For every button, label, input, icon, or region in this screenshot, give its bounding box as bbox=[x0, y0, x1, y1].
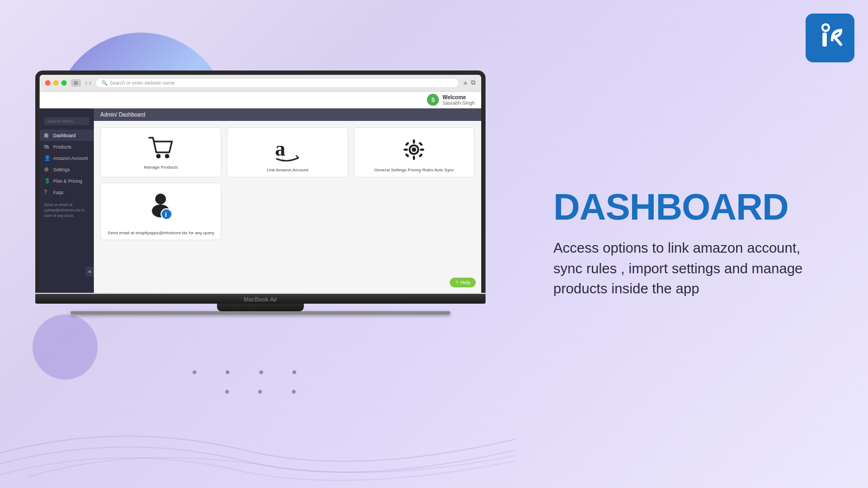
close-btn[interactable] bbox=[45, 80, 50, 86]
svg-point-16 bbox=[155, 194, 166, 204]
manage-products-card[interactable]: Manage Products bbox=[100, 127, 221, 177]
amazon-icon: 👤 bbox=[44, 155, 50, 161]
link-amazon-card[interactable]: a Link Amazon Account bbox=[227, 127, 348, 177]
svg-rect-11 bbox=[420, 149, 424, 151]
sidebar-item-dashboard[interactable]: ⊞ Dashboard bbox=[40, 130, 94, 141]
laptop-screen: ⊞ ‹ › 🔍 Search or enter website name + ⧉ bbox=[40, 75, 481, 293]
copy-btn[interactable]: ⧉ bbox=[471, 79, 476, 87]
right-panel: DASHBOARD Access options to link amazon … bbox=[553, 188, 825, 299]
forward-btn[interactable]: › bbox=[89, 79, 91, 87]
user-info-container: S Welcome Saurabh Singh bbox=[427, 94, 475, 106]
svg-text:i: i bbox=[165, 210, 167, 219]
amazon-label: Amazon Account bbox=[53, 156, 88, 161]
dashboard-label: Dashboard bbox=[53, 133, 76, 138]
address-bar-text: Search or enter website name bbox=[110, 80, 175, 86]
manage-products-label: Manage Products bbox=[144, 165, 178, 170]
plan-icon: 💲 bbox=[44, 178, 50, 184]
products-label: Products bbox=[53, 144, 72, 150]
sidebar-item-amazon-account[interactable]: 👤 Amazon Account bbox=[40, 152, 94, 164]
welcome-text: Welcome bbox=[442, 94, 475, 100]
general-settings-card[interactable]: General Settings Pricing Rules Auto Sync bbox=[354, 127, 475, 177]
app-body: ⊞ Dashboard 🛍 Products 👤 Amazon Account bbox=[40, 108, 481, 293]
sidebar-item-faqs[interactable]: ? Faqs bbox=[40, 187, 94, 198]
maximize-btn[interactable] bbox=[61, 80, 67, 86]
sidebar-item-settings[interactable]: ⚙ Settings bbox=[40, 164, 94, 175]
svg-rect-14 bbox=[405, 153, 410, 157]
browser-actions: + ⧉ bbox=[463, 79, 476, 87]
dots-pattern bbox=[179, 367, 310, 396]
dashboard-icon: ⊞ bbox=[44, 132, 50, 138]
dashboard-title: DASHBOARD bbox=[553, 188, 825, 225]
tab-view-icon[interactable]: ⊞ bbox=[71, 79, 81, 87]
help-label: Help bbox=[460, 280, 470, 285]
laptop-container: ⊞ ‹ › 🔍 Search or enter website name + ⧉ bbox=[35, 70, 486, 314]
user-avatar: S bbox=[427, 94, 439, 106]
laptop-bezel: ⊞ ‹ › 🔍 Search or enter website name + ⧉ bbox=[35, 70, 486, 293]
back-btn[interactable]: ‹ bbox=[85, 79, 87, 87]
support-icon: i bbox=[146, 191, 176, 226]
sidebar-item-products[interactable]: 🛍 Products bbox=[40, 141, 94, 152]
minimize-btn[interactable] bbox=[53, 80, 59, 86]
settings-icon: ⚙ bbox=[44, 166, 50, 172]
svg-rect-13 bbox=[419, 142, 423, 146]
settings-label: Settings bbox=[53, 167, 70, 172]
dashboard-grid: Manage Products a bbox=[94, 121, 481, 247]
svg-point-1 bbox=[824, 25, 828, 30]
laptop-body: ⊞ ‹ › 🔍 Search or enter website name + ⧉ bbox=[35, 70, 486, 314]
main-content: Admin/ Dashboard bbox=[94, 108, 481, 293]
laptop-brand: MacBook Air bbox=[35, 294, 486, 303]
sidebar: ⊞ Dashboard 🛍 Products 👤 Amazon Account bbox=[40, 108, 94, 293]
breadcrumb: Admin/ Dashboard bbox=[100, 112, 145, 118]
help-button[interactable]: ? Help bbox=[450, 278, 476, 287]
nav-arrows: ‹ › bbox=[85, 79, 91, 87]
address-bar[interactable]: 🔍 Search or enter website name bbox=[95, 78, 459, 88]
new-tab-btn[interactable]: + bbox=[463, 79, 468, 87]
svg-rect-10 bbox=[404, 149, 408, 151]
help-icon: ? bbox=[455, 280, 458, 285]
general-settings-label: General Settings Pricing Rules Auto Sync bbox=[374, 168, 454, 172]
traffic-lights bbox=[45, 80, 67, 86]
sidebar-footer: Send us email at ephelp@infoshore.biz in… bbox=[40, 198, 94, 222]
faqs-icon: ? bbox=[44, 189, 50, 195]
laptop-stand bbox=[217, 304, 304, 311]
faqs-label: Faqs bbox=[53, 190, 63, 195]
page-header: Admin/ Dashboard bbox=[94, 108, 481, 121]
cart-icon bbox=[148, 136, 175, 160]
svg-rect-2 bbox=[822, 33, 827, 47]
svg-text:a: a bbox=[275, 137, 285, 160]
footer-text: Send us email at ephelp@infoshore.biz in… bbox=[44, 203, 85, 217]
app-header: S Welcome Saurabh Singh bbox=[40, 92, 481, 108]
svg-rect-12 bbox=[405, 142, 410, 146]
support-label: Send email at shopifyapps@infoshore.biz … bbox=[108, 230, 214, 235]
plan-label: Plan & Pricing bbox=[53, 178, 82, 184]
sidebar-item-plan-pricing[interactable]: 💲 Plan & Pricing bbox=[40, 175, 94, 187]
gear-icon-card bbox=[400, 136, 427, 163]
bg-circle-small bbox=[33, 314, 98, 380]
laptop-foot bbox=[71, 311, 450, 314]
svg-rect-15 bbox=[419, 153, 423, 157]
svg-point-4 bbox=[165, 154, 169, 158]
logo-letters bbox=[814, 20, 846, 57]
search-input[interactable] bbox=[44, 117, 90, 125]
amazon-icon-card: a bbox=[272, 136, 302, 163]
app-logo bbox=[806, 14, 854, 62]
link-amazon-label: Link Amazon Account bbox=[267, 168, 309, 172]
user-details: Welcome Saurabh Singh bbox=[442, 94, 475, 106]
svg-rect-9 bbox=[413, 156, 415, 160]
browser-chrome: ⊞ ‹ › 🔍 Search or enter website name + ⧉ bbox=[40, 75, 481, 92]
svg-point-7 bbox=[412, 147, 416, 152]
products-icon: 🛍 bbox=[44, 144, 50, 150]
dashboard-description: Access options to link amazon account, s… bbox=[553, 238, 825, 299]
svg-point-3 bbox=[156, 154, 161, 158]
user-name: Saurabh Singh bbox=[442, 100, 475, 106]
sidebar-search bbox=[40, 113, 94, 127]
collapse-sidebar-btn[interactable]: « bbox=[86, 267, 94, 277]
svg-rect-8 bbox=[413, 139, 415, 144]
support-card[interactable]: i Send email at shopifyapps@infoshore.bi… bbox=[100, 183, 221, 240]
laptop-base: MacBook Air bbox=[35, 294, 486, 304]
